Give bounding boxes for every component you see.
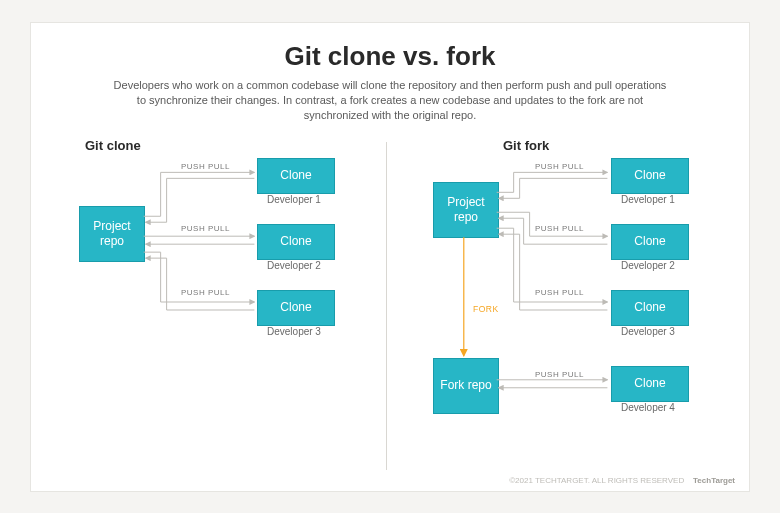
left-clone-caption-3: Developer 3 [267,326,321,337]
left-clone-caption-1: Developer 1 [267,194,321,205]
right-edge-label-2: PUSH PULL [535,224,584,233]
left-clone-caption-2: Developer 2 [267,260,321,271]
diagram-subtitle: Developers who work on a common codebase… [110,78,670,124]
footer-copyright: ©2021 TECHTARGET. ALL RIGHTS RESERVED [509,476,684,485]
left-project-repo-box: Project repo [79,206,145,262]
diagram-card: Git clone vs. fork Developers who work o… [30,22,750,492]
header: Git clone vs. fork Developers who work o… [31,23,749,124]
right-clone-box-4: Clone [611,366,689,402]
right-clone-caption-4: Developer 4 [621,402,675,413]
right-edge-label-1: PUSH PULL [535,162,584,171]
diagram-title: Git clone vs. fork [91,41,689,72]
left-clone-label-3: Clone [280,300,311,314]
right-clone-label-1: Clone [634,168,665,182]
left-clone-label-1: Clone [280,168,311,182]
right-project-repo-label: Project repo [434,195,498,224]
left-clone-box-3: Clone [257,290,335,326]
right-fork-repo-label: Fork repo [440,378,491,392]
right-clone-caption-1: Developer 1 [621,194,675,205]
right-project-repo-box: Project repo [433,182,499,238]
left-edge-label-3: PUSH PULL [181,288,230,297]
vertical-divider [386,142,387,470]
right-clone-label-3: Clone [634,300,665,314]
left-edge-label-2: PUSH PULL [181,224,230,233]
right-edge-label-4: PUSH PULL [535,370,584,379]
right-clone-caption-2: Developer 2 [621,260,675,271]
right-clone-label-2: Clone [634,234,665,248]
diagram-area: Git clone Project repo Clone Developer 1… [31,136,749,476]
right-clone-caption-3: Developer 3 [621,326,675,337]
right-clone-box-1: Clone [611,158,689,194]
left-clone-box-1: Clone [257,158,335,194]
left-edge-label-1: PUSH PULL [181,162,230,171]
right-clone-box-2: Clone [611,224,689,260]
footer-brand: TechTarget [693,476,735,485]
right-section-title: Git fork [503,138,549,153]
footer: ©2021 TECHTARGET. ALL RIGHTS RESERVED Te… [509,476,735,485]
left-section-title: Git clone [85,138,141,153]
right-clone-label-4: Clone [634,376,665,390]
right-fork-edge-label: FORK [473,304,499,314]
right-clone-box-3: Clone [611,290,689,326]
left-project-repo-label: Project repo [80,219,144,248]
left-clone-box-2: Clone [257,224,335,260]
left-clone-label-2: Clone [280,234,311,248]
right-fork-repo-box: Fork repo [433,358,499,414]
right-edge-label-3: PUSH PULL [535,288,584,297]
